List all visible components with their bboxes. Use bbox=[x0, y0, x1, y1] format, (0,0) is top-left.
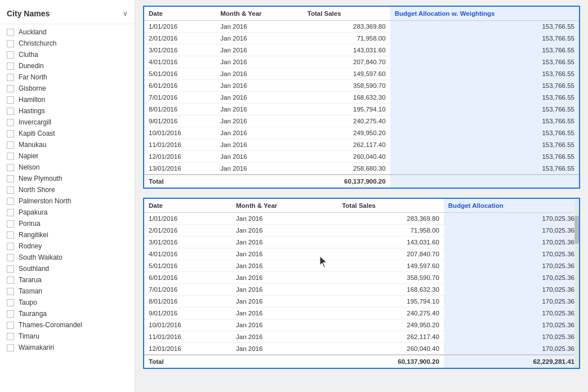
city-label: Palmerston North bbox=[19, 197, 71, 205]
sidebar-item-papakura[interactable]: Papakura bbox=[0, 207, 135, 218]
sidebar-item-southland[interactable]: Southland bbox=[0, 263, 135, 274]
sidebar-item-dunedin[interactable]: Dunedin bbox=[0, 60, 135, 72]
table-cell: 9/01/2016 bbox=[144, 115, 216, 127]
checkbox-north-shore[interactable] bbox=[7, 186, 14, 194]
table-cell: 153,766.55 bbox=[390, 104, 579, 115]
sidebar-item-north-shore[interactable]: North Shore bbox=[0, 184, 135, 195]
table-row: 13/01/2016Jan 2016258,680.30153,766.55 bbox=[144, 163, 579, 175]
table-cell: 2/01/2016 bbox=[144, 33, 216, 44]
table-cell: 3/01/2016 bbox=[144, 44, 216, 56]
sidebar-item-napier[interactable]: Napier bbox=[0, 150, 135, 162]
sidebar-item-gisborne[interactable]: Gisborne bbox=[0, 83, 135, 94]
sidebar-item-christchurch[interactable]: Christchurch bbox=[0, 38, 135, 49]
sidebar-item-kapiti-coast[interactable]: Kapiti Coast bbox=[0, 128, 135, 139]
sidebar-item-taupo[interactable]: Taupo bbox=[0, 297, 135, 308]
checkbox-southland[interactable] bbox=[7, 265, 14, 273]
table-cell: 153,766.55 bbox=[390, 151, 579, 163]
table-cell: 170,025.36 bbox=[444, 331, 579, 343]
checkbox-invercargill[interactable] bbox=[7, 119, 14, 126]
table-cell: 153,766.55 bbox=[390, 68, 579, 80]
table-cell: Jan 2016 bbox=[231, 248, 337, 260]
checkbox-dunedin[interactable] bbox=[7, 63, 14, 70]
table-cell: 71,958.00 bbox=[337, 225, 444, 237]
table-row: 4/01/2016Jan 2016207,840.70170,025.36 bbox=[144, 248, 579, 260]
checkbox-timaru[interactable] bbox=[7, 333, 14, 340]
checkbox-christchurch[interactable] bbox=[7, 40, 14, 47]
sidebar-item-tararua[interactable]: Tararua bbox=[0, 274, 135, 286]
checkbox-hamilton[interactable] bbox=[7, 96, 14, 104]
checkbox-tasman[interactable] bbox=[7, 288, 14, 295]
checkbox-south-waikato[interactable] bbox=[7, 254, 14, 261]
table-cell: Jan 2016 bbox=[216, 80, 302, 92]
sidebar-item-waimakariri[interactable]: Waimakariri bbox=[0, 342, 135, 353]
checkbox-taupo[interactable] bbox=[7, 299, 14, 306]
sidebar-item-nelson[interactable]: Nelson bbox=[0, 162, 135, 173]
scrollbar-thumb[interactable] bbox=[574, 216, 579, 244]
table-cell: 8/01/2016 bbox=[144, 104, 216, 115]
sidebar-item-new-plymouth[interactable]: New Plymouth bbox=[0, 173, 135, 184]
sidebar-item-manukau[interactable]: Manukau bbox=[0, 139, 135, 150]
sidebar-item-auckland[interactable]: Auckland bbox=[0, 26, 135, 38]
table-cell: Jan 2016 bbox=[216, 115, 302, 127]
sidebar-item-invercargill[interactable]: Invercargill bbox=[0, 117, 135, 128]
checkbox-hastings[interactable] bbox=[7, 108, 14, 115]
checkbox-far-north[interactable] bbox=[7, 74, 14, 81]
checkbox-gisborne[interactable] bbox=[7, 85, 14, 92]
checkbox-tauranga[interactable] bbox=[7, 310, 14, 318]
table-row: 8/01/2016Jan 2016195,794.10170,025.36 bbox=[144, 296, 579, 308]
table-cell: 170,025.36 bbox=[444, 260, 579, 272]
sidebar-item-timaru[interactable]: Timaru bbox=[0, 331, 135, 342]
table-cell: 3/01/2016 bbox=[144, 237, 231, 248]
checkbox-auckland[interactable] bbox=[7, 29, 14, 36]
checkbox-palmerston-north[interactable] bbox=[7, 198, 14, 205]
sidebar-item-tauranga[interactable]: Tauranga bbox=[0, 308, 135, 319]
table-row: 1/01/2016Jan 2016283,369.80153,766.55 bbox=[144, 21, 579, 33]
sidebar-item-palmerston-north[interactable]: Palmerston North bbox=[0, 195, 135, 207]
sidebar-item-south-waikato[interactable]: South Waikato bbox=[0, 252, 135, 263]
sidebar-item-hastings[interactable]: Hastings bbox=[0, 105, 135, 117]
checkbox-nelson[interactable] bbox=[7, 164, 14, 171]
sidebar-item-tasman[interactable]: Tasman bbox=[0, 286, 135, 297]
checkbox-manukau[interactable] bbox=[7, 141, 14, 149]
table-cell: Jan 2016 bbox=[231, 284, 337, 296]
footer-total-sales: 60,137,900.20 bbox=[337, 355, 444, 368]
table-cell: 4/01/2016 bbox=[144, 248, 231, 260]
checkbox-waimakariri[interactable] bbox=[7, 344, 14, 351]
table-cell: 11/01/2016 bbox=[144, 139, 216, 151]
table-cell: 153,766.55 bbox=[390, 56, 579, 68]
table-cell: 7/01/2016 bbox=[144, 284, 231, 296]
checkbox-tararua[interactable] bbox=[7, 277, 14, 284]
checkbox-rangitikei[interactable] bbox=[7, 231, 14, 239]
checkbox-new-plymouth[interactable] bbox=[7, 175, 14, 182]
scrollbar-track[interactable] bbox=[574, 199, 579, 368]
main-content: DateMonth & YearTotal SalesBudget Alloca… bbox=[135, 0, 588, 392]
sidebar-item-rodney[interactable]: Rodney bbox=[0, 240, 135, 252]
checkbox-porirua[interactable] bbox=[7, 220, 14, 228]
table-cell: Jan 2016 bbox=[216, 92, 302, 104]
checkbox-papakura[interactable] bbox=[7, 209, 14, 216]
sidebar-item-porirua[interactable]: Porirua bbox=[0, 218, 135, 229]
table-cell: 13/01/2016 bbox=[144, 163, 216, 175]
checkbox-rodney[interactable] bbox=[7, 243, 14, 250]
table-cell: 260,040.40 bbox=[337, 343, 444, 355]
col-header-3: Budget Allocation w. Weightings bbox=[390, 7, 579, 21]
col-header-2: Total Sales bbox=[303, 7, 390, 21]
city-label: Rodney bbox=[19, 242, 42, 250]
checkbox-napier[interactable] bbox=[7, 153, 14, 160]
checkbox-kapiti-coast[interactable] bbox=[7, 130, 14, 137]
table-cell: 153,766.55 bbox=[390, 92, 579, 104]
sidebar-item-hamilton[interactable]: Hamilton bbox=[0, 94, 135, 105]
checkbox-thames-coromandel[interactable] bbox=[7, 322, 14, 329]
sidebar-header[interactable]: City Names ∨ bbox=[0, 6, 135, 24]
city-label: Waimakariri bbox=[19, 344, 54, 351]
table-row: 6/01/2016Jan 2016358,590.70170,025.36 bbox=[144, 272, 579, 284]
sidebar-item-thames-coromandel[interactable]: Thames-Coromandel bbox=[0, 319, 135, 331]
table-cell: 358,590.70 bbox=[303, 80, 390, 92]
table-cell: 1/01/2016 bbox=[144, 213, 231, 225]
checkbox-clutha[interactable] bbox=[7, 51, 14, 59]
table-cell: 170,025.36 bbox=[444, 272, 579, 284]
sidebar-item-far-north[interactable]: Far North bbox=[0, 72, 135, 83]
chevron-down-icon[interactable]: ∨ bbox=[123, 10, 128, 17]
sidebar-item-rangitikei[interactable]: Rangitikei bbox=[0, 229, 135, 240]
sidebar-item-clutha[interactable]: Clutha bbox=[0, 49, 135, 60]
